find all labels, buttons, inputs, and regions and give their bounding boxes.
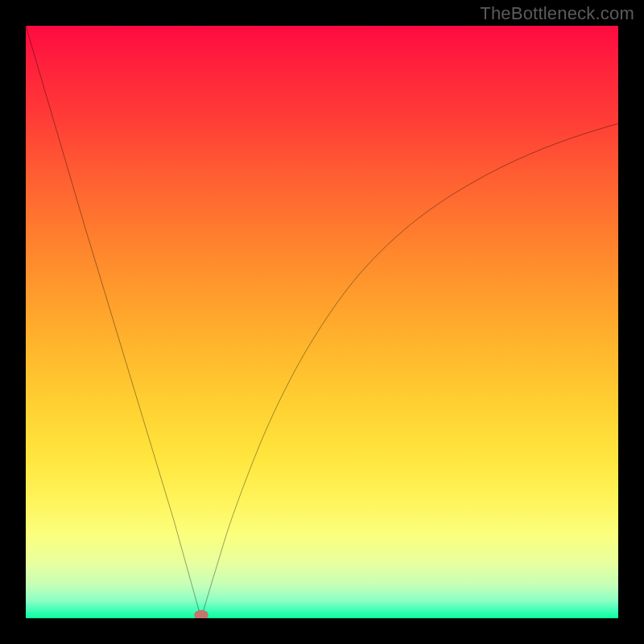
minimum-marker (194, 610, 208, 618)
chart-frame: TheBottleneck.com (0, 0, 644, 644)
plot-area (26, 26, 618, 618)
watermark-text: TheBottleneck.com (480, 3, 634, 24)
curve-path (26, 26, 618, 618)
bottleneck-curve (26, 26, 618, 618)
